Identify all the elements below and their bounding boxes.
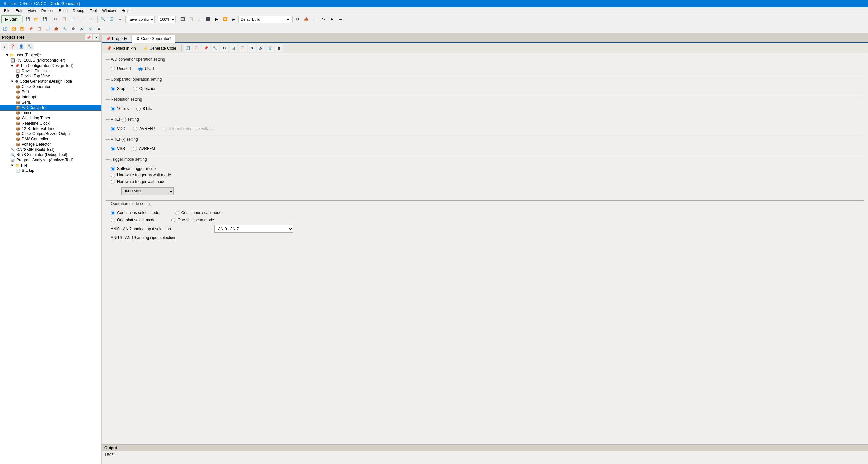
tree-item-startup[interactable]: 📄Startup (0, 168, 101, 173)
toolbar-icon-3[interactable]: ↩ (196, 16, 204, 23)
menu-window[interactable]: Window (99, 8, 119, 14)
save-button[interactable]: 💾 (24, 16, 32, 23)
toolbar-more-5[interactable]: ⬅ (328, 16, 336, 23)
toolbar-icon-5[interactable]: ▶ (213, 16, 221, 23)
tree-item-device-top-view[interactable]: 🖼Device Top View (0, 73, 101, 79)
toolbar-icon-6[interactable]: ⏩ (221, 16, 229, 23)
tb2-btn-1[interactable]: 🔄 (1, 25, 9, 33)
op-oneshot-scan-label[interactable]: One-shot scan mode (177, 218, 214, 222)
tree-item-ca78k0r[interactable]: 🔨CA78K0R (Build Tool) (0, 147, 101, 152)
start-button[interactable]: ▶ Start (1, 16, 21, 23)
tab-property[interactable]: 📌 Property (102, 35, 131, 42)
trig-hw-wait-label[interactable]: Hardware trigger wait mode (117, 179, 165, 184)
action-btn-11[interactable]: 🔊 (257, 44, 265, 52)
tree-item-dma-controller[interactable]: 📦DMA Controller (0, 136, 101, 142)
zoom-select[interactable]: 100% (158, 16, 176, 23)
tree-item-device-pin-list[interactable]: 📋Device Pin List (0, 68, 101, 73)
tb2-btn-2[interactable]: 🔀 (10, 25, 18, 33)
tree-item-user-project[interactable]: ▼ 📁user (Project)* (0, 53, 101, 58)
tb2-btn-10[interactable]: 🔊 (78, 25, 86, 33)
save-all-button[interactable]: 💾 (41, 16, 49, 23)
undo-button[interactable]: ↩ (80, 16, 88, 23)
tree-btn-2[interactable]: ❓ (9, 43, 17, 50)
action-btn-3[interactable]: 🔄 (184, 44, 191, 52)
action-btn-13[interactable]: 🗑 (275, 44, 283, 52)
tree-item-interrupt[interactable]: 📦Interrupt (0, 94, 101, 100)
replace-button[interactable]: 🔄 (107, 16, 116, 23)
vref-vss-label[interactable]: VSS (117, 146, 125, 151)
tb2-btn-6[interactable]: 📊 (44, 25, 52, 33)
goto-button[interactable]: → (116, 16, 124, 23)
menu-debug[interactable]: Debug (70, 8, 87, 14)
generate-code-button[interactable]: ⚡ Generate Code (141, 44, 179, 53)
tree-btn-1[interactable]: ↕ (1, 43, 8, 50)
cut-button[interactable]: ✂ (52, 16, 60, 23)
toolbar-icon-2[interactable]: 📋 (187, 16, 195, 23)
ad-used-radio[interactable] (138, 67, 143, 71)
menu-file[interactable]: File (1, 8, 13, 14)
trig-hw-wait-radio[interactable] (111, 180, 115, 184)
tree-item-timer[interactable]: 📦Timer (0, 110, 101, 116)
ad-unused-radio[interactable] (111, 67, 115, 71)
tab-code-generator[interactable]: ⚙ Code Generator* (132, 35, 175, 43)
op-cont-select-label[interactable]: Continuous select mode (117, 211, 159, 215)
action-btn-7[interactable]: ⚙ (220, 44, 228, 52)
vref-avrefm-label[interactable]: AVREFM (139, 146, 155, 151)
tree-item-r5f100lg[interactable]: 🔲R5F100LG (Microcontroller) (0, 58, 101, 63)
tb2-btn-4[interactable]: 📌 (27, 25, 35, 33)
close-panel-button[interactable]: ✕ (93, 34, 99, 40)
tree-item-program-analyzer[interactable]: 📊Program Analyzer (Analyze Tool) (0, 157, 101, 163)
vref-vss-radio[interactable] (111, 147, 115, 151)
action-btn-8[interactable]: 📊 (229, 44, 238, 52)
tree-item-12bit-interval-timer[interactable]: 📦12-Bit Interval Timer (0, 126, 101, 131)
reflect-in-pin-button[interactable]: 📌 Reflect in Pin (104, 44, 139, 53)
tb2-btn-3[interactable]: 🔁 (18, 25, 26, 33)
op-cont-select-radio[interactable] (111, 211, 115, 215)
op-oneshot-select-label[interactable]: One-shot select mode (117, 218, 155, 222)
op-cont-scan-radio[interactable] (175, 211, 179, 215)
trig-software-radio[interactable] (111, 166, 115, 171)
toolbar-icon-7[interactable]: ⏮ (230, 16, 238, 23)
menu-edit[interactable]: Edit (13, 8, 25, 14)
action-btn-9[interactable]: 📋 (239, 44, 247, 52)
copy-button[interactable]: 📋 (60, 16, 68, 23)
res-10-radio[interactable] (111, 106, 115, 111)
trig-hw-nowait-label[interactable]: Hardware trigger no wait mode (117, 173, 171, 177)
menu-build[interactable]: Build (56, 8, 70, 14)
action-btn-4[interactable]: 📋 (193, 44, 201, 52)
vref-vdd-label[interactable]: VDD (117, 126, 125, 131)
tree-item-ad-converter[interactable]: 📦A/D Converter (0, 105, 101, 110)
op-cont-scan-label[interactable]: Continuous scan mode (181, 211, 222, 215)
menu-tool[interactable]: Tool (87, 8, 99, 14)
find-button[interactable]: 🔍 (99, 16, 107, 23)
action-btn-10[interactable]: ⚙ (248, 44, 256, 52)
menu-view[interactable]: View (25, 8, 39, 14)
res-8-label[interactable]: 8 bits (143, 106, 152, 111)
menu-help[interactable]: Help (119, 8, 132, 14)
tb2-btn-7[interactable]: 📤 (53, 25, 60, 33)
comp-stop-radio[interactable] (111, 87, 115, 91)
tree-item-watchdog-timer[interactable]: 📦Watchdog Timer (0, 116, 101, 121)
redo-button[interactable]: ↪ (88, 16, 96, 23)
tb2-btn-11[interactable]: 📡 (87, 25, 94, 33)
tb2-btn-12[interactable]: 🗑 (95, 25, 103, 33)
toolbar-more-3[interactable]: ↩ (311, 16, 319, 23)
tb2-btn-9[interactable]: ⚙ (69, 25, 78, 33)
action-btn-6[interactable]: 🔧 (211, 44, 219, 52)
vref-vdd-radio[interactable] (111, 127, 115, 131)
config-select[interactable]: save_config (127, 16, 155, 23)
tb2-btn-5[interactable]: 📋 (35, 25, 43, 33)
trig-software-label[interactable]: Software trigger mode (117, 166, 156, 171)
paste-button[interactable]: 📄 (69, 16, 77, 23)
tree-item-clock-generator[interactable]: 📦Clock Generator (0, 84, 101, 89)
tree-item-pin-configurator[interactable]: ▼ 📌Pin Configurator (Design Tool) (0, 63, 101, 68)
tree-item-file[interactable]: ▼ 📁File (0, 163, 101, 168)
op-oneshot-scan-radio[interactable] (171, 218, 176, 222)
vref-avrefm-radio[interactable] (133, 147, 137, 151)
comp-operation-radio[interactable] (133, 87, 137, 91)
ad-used-label[interactable]: Used (145, 66, 154, 71)
toolbar-more-1[interactable]: ⚙ (294, 16, 302, 23)
tree-item-code-generator[interactable]: ▼ ⚙Code Generator (Design Tool) (0, 79, 101, 84)
pin-panel-button[interactable]: 📌 (85, 34, 92, 40)
ad-unused-label[interactable]: Unused (117, 66, 130, 71)
